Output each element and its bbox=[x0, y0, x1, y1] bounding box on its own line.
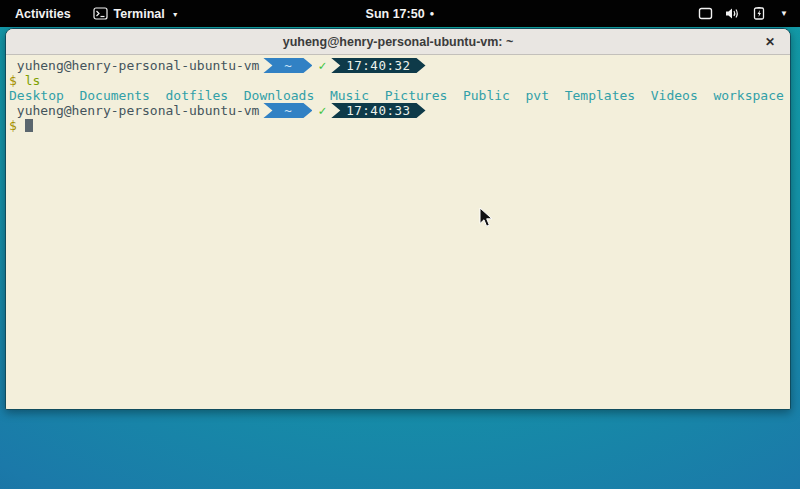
command-line: $ ls bbox=[9, 73, 787, 88]
app-menu-terminal[interactable]: Terminal ▼ bbox=[89, 5, 183, 23]
directory-item: pvt bbox=[526, 88, 549, 103]
prompt-time-segment: 17:40:32 bbox=[331, 58, 425, 73]
terminal-app-icon bbox=[93, 7, 108, 20]
display-icon bbox=[698, 7, 713, 20]
prompt-path: ~ bbox=[284, 58, 292, 73]
status-check-icon: ✓ bbox=[318, 58, 326, 73]
directory-item: Desktop bbox=[9, 88, 64, 103]
directory-item: Videos bbox=[651, 88, 698, 103]
clock-button[interactable]: Sun 17:50 bbox=[366, 7, 425, 21]
prompt-time-segment: 17:40:33 bbox=[331, 103, 425, 118]
window-titlebar[interactable]: yuheng@henry-personal-ubuntu-vm: ~ ✕ bbox=[6, 29, 790, 55]
prompt-symbol: $ bbox=[9, 118, 17, 133]
ls-output-line: DesktopDocumentsdotfilesDownloadsMusicPi… bbox=[9, 88, 787, 103]
status-check-icon: ✓ bbox=[318, 103, 326, 118]
window-title: yuheng@henry-personal-ubuntu-vm: ~ bbox=[283, 35, 514, 49]
close-icon[interactable]: ✕ bbox=[760, 29, 780, 55]
volume-icon bbox=[725, 7, 740, 20]
system-status-area[interactable]: ▼ bbox=[698, 0, 800, 27]
prompt-path-segment: ~ bbox=[263, 103, 312, 118]
input-line: $ bbox=[9, 118, 787, 133]
directory-item: Downloads bbox=[244, 88, 314, 103]
battery-charging-icon bbox=[752, 7, 768, 20]
directory-item: workspace bbox=[713, 88, 783, 103]
directory-item: Pictures bbox=[385, 88, 448, 103]
typed-command: ls bbox=[25, 73, 41, 88]
prompt-username: yuheng@henry-personal-ubuntu-vm bbox=[9, 58, 259, 73]
directory-item: Public bbox=[463, 88, 510, 103]
terminal-window: yuheng@henry-personal-ubuntu-vm: ~ ✕ yuh… bbox=[5, 28, 791, 410]
prompt-path: ~ bbox=[284, 103, 292, 118]
terminal-content[interactable]: yuheng@henry-personal-ubuntu-vm ~ ✓ 17:4… bbox=[6, 55, 790, 409]
top-bar: Activities Terminal ▼ Sun 17:50 ● bbox=[0, 0, 800, 27]
prompt-timestamp: 17:40:33 bbox=[346, 103, 410, 118]
shell-prompt-line: yuheng@henry-personal-ubuntu-vm ~ ✓ 17:4… bbox=[9, 58, 787, 73]
prompt-path-segment: ~ bbox=[263, 58, 312, 73]
directory-item: Music bbox=[330, 88, 369, 103]
prompt-timestamp: 17:40:32 bbox=[346, 58, 410, 73]
terminal-cursor bbox=[25, 119, 33, 132]
chevron-down-icon: ▼ bbox=[172, 11, 179, 18]
activities-button[interactable]: Activities bbox=[11, 5, 75, 23]
shell-prompt-line: yuheng@henry-personal-ubuntu-vm ~ ✓ 17:4… bbox=[9, 103, 787, 118]
directory-item: Templates bbox=[565, 88, 635, 103]
directory-item: dotfiles bbox=[166, 88, 229, 103]
directory-item: Documents bbox=[79, 88, 149, 103]
recording-indicator-icon: ● bbox=[430, 10, 435, 18]
prompt-username: yuheng@henry-personal-ubuntu-vm bbox=[9, 103, 259, 118]
app-menu-label: Terminal bbox=[114, 7, 165, 21]
chevron-down-icon: ▼ bbox=[780, 9, 788, 18]
prompt-symbol: $ bbox=[9, 73, 17, 88]
